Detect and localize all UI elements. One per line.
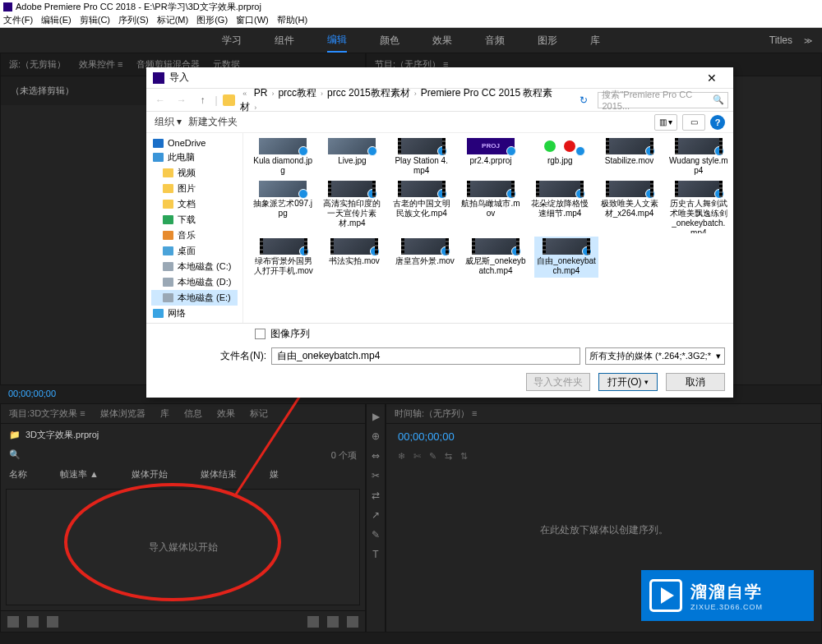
project-panel-tabs[interactable]: 项目:3D文字效果 ≡媒体浏览器库信息效果标记 [1, 404, 365, 424]
cancel-button[interactable]: 取消 [666, 373, 725, 391]
timeline-toggle-icon[interactable]: ❄ [398, 451, 405, 462]
tree-item[interactable]: 图片 [151, 181, 238, 196]
timeline-toggle-icon[interactable]: ✎ [429, 451, 436, 462]
panel-tab[interactable]: 效果控件 ≡ [79, 58, 122, 71]
nav-forward-button[interactable]: → [173, 91, 191, 109]
workspace-overflow-icon[interactable]: ≫ [804, 36, 812, 45]
breadcrumb-item[interactable]: prcc 2015教程素材 [326, 87, 412, 99]
breadcrumb-item[interactable]: prcc教程 [276, 87, 318, 99]
tree-item[interactable]: 桌面 [151, 243, 238, 259]
breadcrumb-item[interactable]: PR [252, 87, 270, 99]
panel-tab[interactable]: 标记 [250, 407, 268, 420]
file-item[interactable]: 唐皇宫外景.mov [393, 237, 457, 278]
tree-item[interactable]: 下载 [151, 212, 238, 228]
menu-item[interactable]: 编辑(E) [41, 14, 72, 26]
column-header[interactable]: 媒体结束 [201, 468, 237, 481]
breadcrumb[interactable]: « PR›prcc教程›prcc 2015教程素材›Premiere Pro C… [240, 86, 568, 114]
open-button[interactable]: 打开(O) ▾ [598, 373, 658, 391]
tree-item[interactable]: 视频 [151, 165, 238, 181]
preview-pane-button[interactable]: ▭ [682, 114, 705, 131]
tool-button[interactable]: ⊕ [370, 430, 381, 442]
filename-input[interactable]: 自由_onekeybatch.mp4 [271, 347, 580, 365]
menu-item[interactable]: 文件(F) [3, 14, 33, 26]
file-item[interactable]: 书法实拍.mov [322, 237, 386, 278]
file-item[interactable]: rgb.jpg [529, 136, 591, 177]
column-header[interactable]: 媒体开始 [132, 468, 168, 481]
file-item[interactable]: 绿布背景外国男人打开手机.mov [252, 237, 316, 278]
trash-icon[interactable] [347, 616, 358, 628]
file-item[interactable]: 自由_onekeybatch.mp4 [534, 237, 598, 278]
timeline-header[interactable]: 时间轴:（无序列） ≡ [386, 404, 821, 424]
file-item[interactable]: 航拍鸟瞰城市.mov [459, 179, 522, 235]
menu-item[interactable]: 序列(S) [118, 14, 149, 26]
tree-item[interactable]: 本地磁盘 (D:) [151, 274, 238, 290]
timeline-toggle-icon[interactable]: ⇅ [460, 451, 468, 462]
tool-button[interactable]: ⇔ [370, 450, 381, 462]
search-input[interactable]: 搜索"Premiere Pro CC 2015... 🔍 [598, 92, 728, 108]
file-item[interactable]: Stabilize.mov [598, 136, 660, 177]
new-bin-icon[interactable] [307, 616, 319, 628]
nav-back-button[interactable]: ← [151, 91, 169, 109]
file-item[interactable]: Kula diamond.jpg [252, 136, 314, 177]
workspace-tab[interactable]: 组件 [275, 30, 294, 51]
file-item[interactable]: 极致唯美人文素材_x264.mp4 [598, 179, 660, 235]
tree-item[interactable]: 本地磁盘 (E:) [151, 290, 238, 306]
tree-item[interactable]: OneDrive [151, 136, 238, 150]
close-button[interactable]: ✕ [697, 71, 727, 85]
nav-tree[interactable]: OneDrive此电脑视频图片文档下载音乐桌面本地磁盘 (C:)本地磁盘 (D:… [146, 133, 243, 323]
panel-tab[interactable]: 效果 [217, 407, 235, 420]
project-columns[interactable]: 名称帧速率 ▲媒体开始媒体结束媒 [1, 465, 365, 484]
tool-button[interactable]: T [370, 549, 381, 560]
tree-item[interactable]: 此电脑 [151, 150, 238, 165]
icon-view-icon[interactable] [27, 616, 39, 628]
file-item[interactable]: 抽象派艺术097.jpg [252, 179, 314, 235]
file-item[interactable]: 历史古人舞剑武术唯美飘逸练剑_onekeybatch.mp4 [667, 179, 730, 235]
panel-tab[interactable]: 媒体浏览器 [100, 407, 145, 420]
timeline-toggle-icon[interactable]: ⇆ [445, 451, 452, 462]
search-input[interactable]: 🔍 [9, 449, 21, 462]
column-header[interactable]: 名称 [9, 468, 27, 481]
file-item[interactable]: Play Station 4.mp4 [390, 136, 453, 177]
panel-tab[interactable]: 源:（无剪辑） [9, 58, 66, 71]
panel-tab[interactable]: 信息 [184, 407, 202, 420]
app-menubar[interactable]: 文件(F)编辑(E)剪辑(C)序列(S)标记(M)图形(G)窗口(W)帮助(H) [0, 13, 822, 28]
refresh-button[interactable]: ↻ [575, 94, 592, 106]
file-item[interactable]: Live.jpg [321, 136, 383, 177]
tool-button[interactable]: ↗ [370, 509, 381, 521]
image-sequence-checkbox[interactable] [255, 329, 266, 339]
tool-button[interactable]: ✂ [370, 470, 381, 481]
workspace-tab[interactable]: 编辑 [327, 30, 347, 52]
file-item[interactable]: 高清实拍印度的一天宣传片素材.mp4 [321, 179, 383, 235]
media-bin[interactable]: 导入媒体以开始 [6, 489, 360, 605]
file-item[interactable]: PROJpr2.4.prproj [459, 136, 522, 177]
tree-item[interactable]: 网络 [151, 306, 238, 321]
new-folder-button[interactable]: 新建文件夹 [188, 115, 238, 129]
tree-item[interactable]: 音乐 [151, 228, 238, 243]
workspace-tab[interactable]: 颜色 [380, 30, 399, 51]
workspace-tab[interactable]: 库 [590, 30, 600, 51]
file-filter-select[interactable]: 所有支持的媒体 (*.264;*.3G2;* ▾ [585, 347, 725, 365]
column-header[interactable]: 媒 [270, 468, 279, 481]
help-button[interactable]: ? [710, 115, 725, 130]
list-view-icon[interactable] [7, 616, 19, 628]
new-item-icon[interactable] [327, 616, 339, 628]
tree-item[interactable]: 文档 [151, 196, 238, 212]
organize-menu[interactable]: 组织 ▾ [155, 115, 182, 129]
workspace-tab[interactable]: 学习 [222, 30, 242, 51]
menu-item[interactable]: 窗口(W) [236, 14, 269, 26]
workspace-tab[interactable]: 音频 [485, 30, 505, 51]
freeform-view-icon[interactable] [47, 616, 58, 628]
file-grid[interactable]: Kula diamond.jpgLive.jpgPlay Station 4.m… [243, 133, 733, 323]
workspace-tab[interactable]: Titles [769, 31, 792, 49]
menu-item[interactable]: 剪辑(C) [80, 14, 110, 26]
timeline-toggle-icon[interactable]: ✄ [413, 451, 421, 462]
file-item[interactable]: 花朵绽放降格慢速细节.mp4 [529, 179, 591, 235]
column-header[interactable]: 帧速率 ▲ [60, 468, 99, 481]
tool-button[interactable]: ▶ [370, 411, 381, 422]
view-mode-button[interactable]: ▥ ▾ [654, 114, 677, 131]
workspace-tab[interactable]: 图形 [538, 30, 557, 51]
import-folder-button[interactable]: 导入文件夹 [526, 373, 590, 391]
tool-button[interactable]: ⇄ [370, 490, 381, 501]
menu-item[interactable]: 标记(M) [157, 14, 189, 26]
project-bottom-bar[interactable] [1, 610, 365, 632]
